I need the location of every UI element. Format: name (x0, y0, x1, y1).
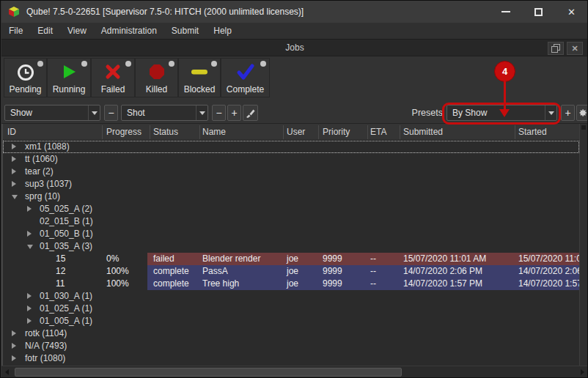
filter-button-label: Killed (146, 84, 167, 94)
job-tree: xm1 (1088)tt (1060)tear (2)sup3 (1037)sp… (3, 141, 579, 366)
column-separator[interactable] (515, 125, 515, 139)
tree-group-row[interactable]: tear (2) (3, 166, 579, 178)
tree-group-row[interactable]: N/A (7493) (3, 340, 579, 352)
tree-group-row[interactable]: 02_015_B (1) (3, 215, 579, 228)
column-header-user[interactable]: User (287, 124, 305, 141)
tree-group-row[interactable]: fotr (1080) (3, 352, 579, 365)
tree-group-row[interactable]: 01_030_A (1) (3, 290, 579, 303)
column-header-submitted[interactable]: Submitted (403, 124, 443, 141)
vertical-scrollbar[interactable] (579, 124, 587, 366)
menu-item-help[interactable]: Help (206, 23, 239, 39)
column-header-id[interactable]: ID (7, 124, 16, 141)
tree-expand-arrow-icon[interactable] (12, 355, 16, 361)
scroll-right-arrow[interactable] (581, 369, 584, 375)
menu-item-file[interactable]: File (1, 23, 30, 39)
column-separator[interactable] (150, 125, 150, 139)
menu-item-submit[interactable]: Submit (164, 23, 206, 39)
tree-group-row[interactable]: tt (1060) (3, 153, 579, 166)
tree-expand-arrow-icon[interactable] (27, 206, 32, 212)
tree-expand-arrow-icon[interactable] (12, 156, 16, 162)
clear-filters-button[interactable] (243, 105, 258, 121)
filter-combo-shot[interactable]: Shot (121, 105, 208, 121)
tree-expand-arrow-icon[interactable] (27, 305, 32, 311)
job-row-15[interactable]: 150%failedBlender renderjoe9999--15/07/2… (3, 253, 579, 265)
column-separator[interactable] (102, 125, 103, 139)
maximize-button[interactable] (522, 1, 555, 23)
menu-item-edit[interactable]: Edit (30, 23, 60, 39)
tree-expand-arrow-icon[interactable] (27, 318, 32, 324)
job-cell-user: joe (287, 265, 298, 278)
tree-group-label: 01_005_A (1) (40, 315, 92, 327)
tree-group-row[interactable]: 01_005_A (1) (3, 315, 579, 327)
menu-item-view[interactable]: View (60, 23, 94, 39)
filter-button-pending[interactable]: Pending (4, 58, 47, 97)
filter-combo-show[interactable]: Show (4, 105, 100, 121)
horizontal-scrollbar-thumb[interactable] (15, 368, 402, 377)
tree-expand-arrow-icon[interactable] (12, 330, 16, 336)
filter-button-label: Pending (9, 84, 41, 94)
remove-filter-show-button[interactable]: − (104, 105, 118, 121)
dash-icon (189, 63, 210, 84)
filter-button-killed[interactable]: Killed (135, 58, 178, 97)
column-header-priority[interactable]: Priority (323, 124, 350, 141)
column-header-started[interactable]: Started (518, 124, 547, 141)
filter-button-blocked[interactable]: Blocked (178, 58, 221, 97)
column-separator[interactable] (283, 125, 284, 139)
menu-item-administration[interactable]: Administration (94, 23, 164, 39)
tree-group-row[interactable]: sup3 (1037) (3, 178, 579, 190)
close-button[interactable]: ✕ (555, 1, 588, 23)
tree-collapse-arrow-icon[interactable] (27, 245, 33, 249)
tree-group-label: tear (2) (25, 166, 54, 178)
add-filter-button[interactable]: + (227, 105, 241, 121)
horizontal-scrollbar[interactable] (1, 366, 588, 377)
job-cell-status: failed (153, 253, 174, 265)
tree-group-row[interactable]: 05_025_A (2) (3, 203, 579, 215)
tree-expand-arrow-icon[interactable] (27, 231, 32, 237)
preset-settings-button[interactable] (576, 105, 588, 121)
job-cell-name: Blender render (202, 253, 260, 265)
tree-group-row[interactable]: 01_050_B (1) (3, 228, 579, 240)
add-preset-button[interactable]: + (561, 105, 575, 121)
tree-group-row[interactable]: sprg (10) (3, 190, 579, 203)
jobs-dock-title: Jobs (1, 40, 588, 56)
close-icon: ✕ (567, 7, 576, 17)
tree-expand-arrow-icon[interactable] (12, 144, 16, 149)
filter-button-complete[interactable]: Complete (221, 58, 270, 97)
minus-icon: − (108, 106, 114, 120)
tree-group-row[interactable]: 01_025_A (1) (3, 303, 579, 315)
tree-expand-arrow-icon[interactable] (12, 168, 16, 174)
job-cell-name: PassA (202, 265, 228, 278)
tree-collapse-arrow-icon[interactable] (12, 195, 18, 199)
job-row-12[interactable]: 12100%completePassAjoe9999--14/07/2020 2… (3, 265, 579, 278)
tree-expand-arrow-icon[interactable] (27, 293, 32, 299)
column-header-name[interactable]: Name (202, 124, 226, 141)
tree-expand-arrow-icon[interactable] (12, 343, 16, 349)
presets-label: Presets (368, 102, 443, 124)
column-header-progress[interactable]: Progress (106, 124, 142, 141)
job-cell-priority: 9999 (323, 253, 342, 265)
clock-icon (16, 63, 35, 85)
scroll-left-arrow[interactable] (5, 369, 9, 375)
job-row-11[interactable]: 11100%completeTree highjoe9999--14/07/20… (3, 278, 579, 290)
filter-button-failed[interactable]: Failed (91, 58, 135, 97)
minimize-button[interactable] (489, 1, 522, 23)
column-header-eta[interactable]: ETA (370, 124, 386, 141)
column-header-status[interactable]: Status (153, 124, 178, 141)
job-cell-progress: 0% (106, 253, 119, 265)
column-separator[interactable] (367, 125, 368, 139)
filter-button-running[interactable]: Running (47, 58, 91, 97)
job-cell-status: complete (153, 265, 189, 278)
dock-float-button[interactable] (548, 42, 564, 55)
column-separator[interactable] (318, 125, 319, 139)
job-cell-eta: -- (370, 253, 376, 265)
plus-icon: + (231, 106, 237, 120)
job-cell-user: joe (287, 278, 298, 290)
column-separator[interactable] (199, 125, 200, 139)
tree-group-row[interactable]: rotk (1104) (3, 327, 579, 340)
tree-expand-arrow-icon[interactable] (12, 181, 16, 187)
dock-close-button[interactable]: ✕ (567, 42, 583, 55)
tree-group-row[interactable]: xm1 (1088) (3, 141, 579, 153)
column-separator[interactable] (400, 125, 400, 139)
remove-filter-shot-button[interactable]: − (212, 105, 226, 121)
tree-group-row[interactable]: 01_035_A (3) (3, 240, 579, 253)
